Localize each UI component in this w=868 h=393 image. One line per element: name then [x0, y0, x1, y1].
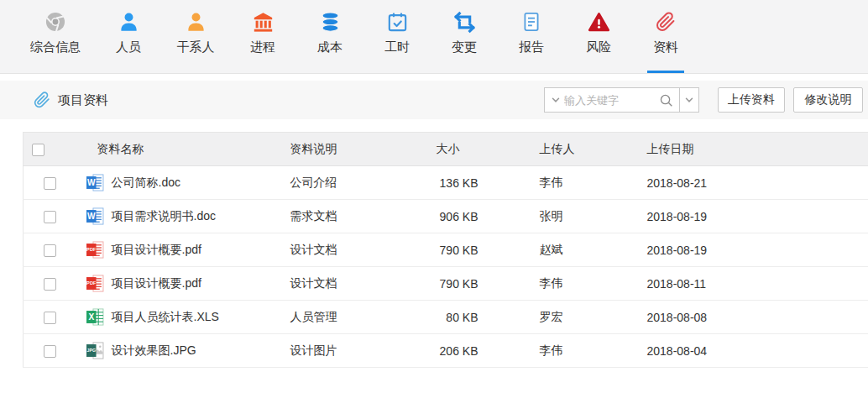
nav-tab-1[interactable]: 人员 [109, 0, 148, 73]
svg-text:PDF: PDF [86, 280, 97, 286]
pdf-file-icon: PDF [86, 275, 104, 292]
nav-tab-3[interactable]: 进程 [243, 0, 282, 73]
nav-tab-label: 风险 [586, 39, 611, 55]
files-table: 资料名称 资料说明 大小 上传人 上传日期 W 公司简称.doc 公司介绍 13… [23, 132, 868, 368]
nav-tab-2[interactable]: 干系人 [176, 0, 215, 73]
person-icon [116, 9, 141, 34]
row-checkbox[interactable] [44, 312, 56, 324]
file-size: 80 KB [411, 301, 485, 334]
table-row[interactable]: PDF 项目设计概要.pdf 设计文档 790 KB 赵斌 2018-08-19 [24, 233, 868, 267]
svg-text:W: W [87, 212, 96, 221]
svg-text:PDF: PDF [86, 247, 97, 252]
jpg-file-icon: JPG [86, 342, 104, 359]
row-checkbox[interactable] [44, 177, 56, 190]
table-row[interactable]: W 项目需求说明书.doc 需求文档 906 KB 张明 2018-08-19 [24, 200, 868, 233]
file-date: 2018-08-11 [645, 267, 868, 301]
file-name[interactable]: 公司简称.doc [112, 176, 180, 191]
column-header-date: 上传日期 [645, 133, 868, 166]
table-row[interactable]: X 项目人员统计表.XLS 人员管理 80 KB 罗宏 2018-08-08 [24, 301, 868, 334]
nav-tab-0[interactable]: 综合信息 [30, 0, 81, 73]
warning-triangle-icon [586, 9, 611, 34]
swap-arrows-icon [452, 9, 477, 34]
file-size: 206 KB [411, 334, 485, 368]
paperclip-icon [653, 9, 678, 34]
nav-tab-label: 人员 [116, 39, 141, 55]
search-box[interactable] [544, 87, 699, 113]
search-icon[interactable] [659, 93, 673, 107]
nav-tab-label: 成本 [317, 39, 342, 55]
file-size: 790 KB [411, 267, 485, 301]
file-name[interactable]: 项目需求说明书.doc [112, 209, 216, 224]
file-uploader: 李伟 [485, 334, 645, 368]
nav-tab-label: 干系人 [177, 39, 215, 55]
nav-tab-7[interactable]: 报告 [512, 0, 551, 73]
nav-tab-8[interactable]: 风险 [579, 0, 618, 73]
column-header-name: 资料名称 [69, 133, 285, 166]
toolbar-actions: 上传资料 修改说明 [544, 87, 863, 113]
table-row[interactable]: JPG 设计效果图.JPG 设计图片 206 KB 李伟 2018-08-04 [24, 334, 868, 368]
file-size: 906 KB [411, 200, 485, 233]
nav-tab-4[interactable]: 成本 [311, 0, 349, 73]
table-row[interactable]: W 公司简称.doc 公司介绍 136 KB 李伟 2018-08-21 [24, 166, 868, 200]
svg-text:W: W [87, 178, 96, 187]
file-uploader: 张明 [485, 200, 645, 233]
edit-description-button[interactable]: 修改说明 [793, 87, 863, 113]
file-name[interactable]: 设计效果图.JPG [112, 343, 196, 359]
database-icon [317, 9, 342, 34]
file-desc: 人员管理 [285, 301, 411, 334]
table-row[interactable]: PDF 项目设计概要.pdf 设计文档 790 KB 李伟 2018-08-11 [24, 267, 868, 301]
search-dropdown-button[interactable] [679, 88, 698, 112]
person-icon [183, 9, 208, 34]
search-input[interactable] [564, 94, 656, 107]
file-uploader: 赵斌 [485, 233, 645, 267]
nav-tab-label: 报告 [519, 39, 544, 55]
chevron-down-icon[interactable] [551, 95, 561, 105]
svg-text:X: X [88, 312, 94, 322]
file-date: 2018-08-19 [645, 200, 868, 233]
top-nav: 综合信息 人员 干系人 进程 成本 工时 变更 报告 风险 资料 [0, 0, 868, 74]
upload-file-button[interactable]: 上传资料 [718, 87, 785, 113]
word-file-icon: W [86, 174, 104, 191]
file-name[interactable]: 项目设计概要.pdf [112, 243, 201, 258]
file-name[interactable]: 项目人员统计表.XLS [112, 310, 219, 325]
row-checkbox[interactable] [44, 278, 56, 291]
file-desc: 设计图片 [285, 334, 411, 368]
page-title: 项目资料 [58, 92, 108, 108]
select-all-checkbox[interactable] [32, 144, 44, 156]
table-header-row: 资料名称 资料说明 大小 上传人 上传日期 [24, 133, 868, 166]
toolbar: 项目资料 上传资料 修改说明 [0, 81, 868, 119]
excel-file-icon: X [86, 308, 104, 326]
nav-tab-5[interactable]: 工时 [378, 0, 416, 73]
file-date: 2018-08-21 [645, 166, 868, 200]
column-header-desc: 资料说明 [285, 133, 411, 166]
file-size: 790 KB [411, 233, 485, 267]
file-uploader: 罗宏 [485, 301, 645, 334]
nav-tab-9[interactable]: 资料 [646, 0, 685, 73]
file-desc: 设计文档 [285, 233, 411, 267]
row-checkbox[interactable] [44, 345, 56, 358]
file-desc: 设计文档 [285, 267, 411, 301]
chevron-down-icon [684, 95, 694, 105]
nav-tab-label: 综合信息 [30, 39, 81, 55]
nav-tab-label: 资料 [653, 39, 678, 55]
row-checkbox[interactable] [44, 211, 56, 223]
paperclip-icon [34, 92, 50, 108]
file-date: 2018-08-19 [645, 233, 868, 267]
column-header-uploader: 上传人 [485, 133, 645, 166]
bank-icon [250, 9, 275, 34]
file-desc: 公司介绍 [285, 166, 411, 200]
nav-tab-label: 工时 [384, 39, 410, 55]
file-name[interactable]: 项目设计概要.pdf [112, 276, 201, 291]
calendar-check-icon [384, 9, 410, 34]
nav-tab-6[interactable]: 变更 [445, 0, 484, 73]
document-icon [519, 9, 544, 34]
file-uploader: 李伟 [485, 267, 645, 301]
column-header-size: 大小 [411, 133, 485, 166]
file-date: 2018-08-08 [645, 301, 868, 334]
file-size: 136 KB [411, 166, 485, 200]
nav-tab-label: 变更 [452, 39, 477, 55]
pdf-file-icon: PDF [86, 241, 104, 259]
row-checkbox[interactable] [44, 244, 56, 257]
file-uploader: 李伟 [485, 166, 645, 200]
nav-tab-label: 进程 [250, 39, 275, 55]
